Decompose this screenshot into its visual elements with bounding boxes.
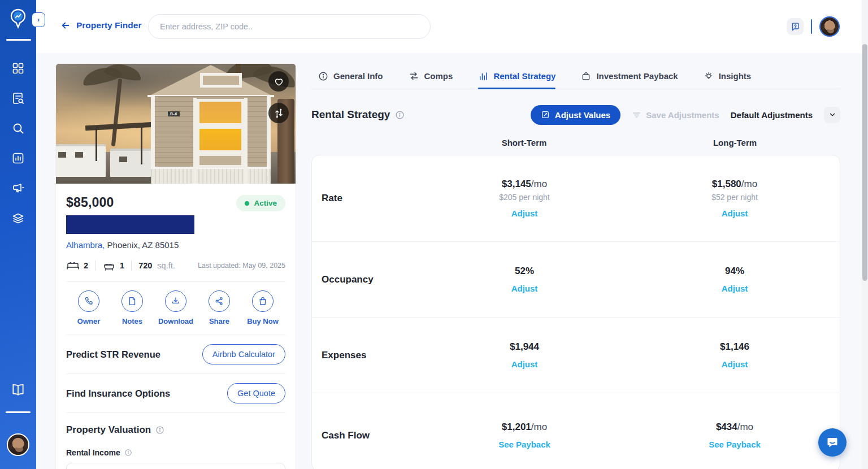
bag-icon <box>581 71 591 81</box>
insurance-section: Find Insurance Options Get Quote <box>66 374 285 412</box>
property-finder-back[interactable]: Property Finder <box>60 20 141 31</box>
baths-fact: 1 <box>102 260 124 271</box>
property-valuation-section: Property Valuation Rental Income <box>66 412 285 469</box>
property-address: Alhambra, Phoenix, AZ 85015 <box>66 240 285 250</box>
address-search-input[interactable] <box>148 14 431 39</box>
property-price: $85,000 <box>66 195 114 210</box>
sidebar-divider-bottom <box>6 411 31 413</box>
report-search-icon[interactable] <box>11 91 25 106</box>
info-icon[interactable] <box>395 110 405 120</box>
favorite-button[interactable] <box>268 71 289 92</box>
tab-comps[interactable]: Comps <box>409 63 453 89</box>
back-arrow-icon <box>60 20 71 31</box>
filter-icon <box>632 110 641 120</box>
user-avatar[interactable] <box>819 16 840 37</box>
tab-investment-payback[interactable]: Investment Payback <box>581 63 678 89</box>
swap-arrows-icon <box>409 71 419 81</box>
tab-general-info[interactable]: General Info <box>318 63 383 89</box>
see-payback-link[interactable]: See Payback <box>709 440 761 449</box>
cash-flow-st-value: $1,201/mo <box>419 422 630 433</box>
adjust-values-button[interactable]: Adjust Values <box>531 105 620 125</box>
adjust-link[interactable]: Adjust <box>722 209 748 218</box>
table-row-occupancy: Occupancy 52% Adjust 94% Adjust <box>312 241 840 317</box>
adjust-link[interactable]: Adjust <box>722 284 748 293</box>
table-row-rate: Rate $3,145/mo $205 per night Adjust $1,… <box>312 155 840 241</box>
info-icon[interactable] <box>155 425 164 435</box>
phone-icon <box>84 296 94 306</box>
beds-fact: 2 <box>66 260 88 271</box>
app-logo-icon[interactable] <box>8 8 28 31</box>
property-photo: B-6 <box>56 64 296 184</box>
analytics-icon[interactable] <box>11 151 25 166</box>
property-tabs: General Info Comps Rental Strategy Inves… <box>311 63 840 89</box>
buy-now-button[interactable]: Buy Now <box>242 290 283 325</box>
file-icon <box>127 296 137 306</box>
cash-flow-lt-value: $434/mo <box>630 422 840 433</box>
occupancy-long-term-cell: 94% Adjust <box>630 266 840 294</box>
heart-icon <box>274 76 284 87</box>
scrollbar-thumb[interactable] <box>862 44 867 281</box>
notes-button[interactable]: Notes <box>112 290 153 325</box>
cash-flow-short-term-cell: $1,201/mo See Payback <box>419 422 630 450</box>
adjust-link[interactable]: Adjust <box>511 359 538 369</box>
long-term-column-header: Long-Term <box>630 138 840 147</box>
chat-bubble-icon <box>826 436 839 449</box>
download-button[interactable]: Download <box>155 290 196 325</box>
sidebar-expand-button[interactable]: › <box>32 12 45 27</box>
tab-rental-strategy[interactable]: Rental Strategy <box>478 63 555 89</box>
owner-button[interactable]: Owner <box>68 290 109 325</box>
download-icon <box>171 296 181 306</box>
expenses-lt-value: $1,146 <box>630 341 840 353</box>
rental-income-label: Rental Income <box>66 448 120 457</box>
adjust-link[interactable]: Adjust <box>722 359 748 369</box>
rental-income-input[interactable] <box>66 463 285 469</box>
str-revenue-section: Predict STR Revenue Airbnb Calculator <box>66 335 285 374</box>
default-adjustments-dropdown[interactable] <box>824 107 840 123</box>
scrollbar-track[interactable] <box>862 0 868 469</box>
adjust-link[interactable]: Adjust <box>511 209 538 218</box>
bar-chart-icon <box>478 71 488 81</box>
neighborhood-link[interactable]: Alhambra, <box>66 240 105 250</box>
rental-strategy-title: Rental Strategy <box>311 108 390 121</box>
header-divider <box>811 19 812 34</box>
see-payback-link[interactable]: See Payback <box>498 440 550 449</box>
expenses-short-term-cell: $1,944 Adjust <box>419 341 630 370</box>
info-icon <box>318 71 328 81</box>
rental-strategy-panel: General Info Comps Rental Strategy Inves… <box>311 63 840 469</box>
rate-lt-value: $1,580/mo <box>630 179 840 190</box>
status-badge: Active <box>236 195 285 211</box>
house-number-sign: B-6 <box>168 111 180 116</box>
dashboard-icon[interactable] <box>11 61 25 76</box>
airbnb-calculator-button[interactable]: Airbnb Calculator <box>202 344 285 364</box>
rental-strategy-table: Rate $3,145/mo $205 per night Adjust $1,… <box>311 155 840 469</box>
sidebar-divider <box>6 39 31 41</box>
occupancy-short-term-cell: 52% Adjust <box>419 266 630 294</box>
get-quote-button[interactable]: Get Quote <box>227 383 285 403</box>
rate-short-term-cell: $3,145/mo $205 per night Adjust <box>419 179 630 219</box>
adjust-link[interactable]: Adjust <box>511 284 538 293</box>
rate-long-term-cell: $1,580/mo $52 per night Adjust <box>630 179 840 219</box>
bag-icon <box>258 296 268 306</box>
help-chat-button[interactable] <box>787 18 804 35</box>
valuation-title: Property Valuation <box>66 424 151 436</box>
redacted-address-bar <box>66 215 194 234</box>
megaphone-icon[interactable] <box>11 181 25 196</box>
info-icon[interactable] <box>124 449 132 457</box>
rate-lt-sub: $52 per night <box>630 193 840 202</box>
save-adjustments-button[interactable]: Save Adjustments <box>632 110 719 120</box>
tab-insights[interactable]: Insights <box>704 63 752 89</box>
book-icon[interactable] <box>11 382 25 397</box>
layers-icon[interactable] <box>11 211 25 225</box>
table-row-cash-flow: Cash Flow $1,201/mo See Payback $434/mo … <box>312 393 840 469</box>
chat-launcher-button[interactable] <box>818 428 847 457</box>
share-button[interactable]: Share <box>199 290 240 325</box>
default-adjustments-label: Default Adjustments <box>731 110 813 120</box>
compare-button[interactable] <box>268 103 289 123</box>
back-label: Property Finder <box>76 20 141 31</box>
rate-st-sub: $205 per night <box>419 193 630 202</box>
short-term-column-header: Short-Term <box>419 138 630 147</box>
sidebar-user-avatar[interactable] <box>7 433 29 456</box>
search-icon[interactable] <box>11 121 25 136</box>
table-row-expenses: Expenses $1,944 Adjust $1,146 Adjust <box>312 317 840 393</box>
bed-icon <box>66 260 80 271</box>
